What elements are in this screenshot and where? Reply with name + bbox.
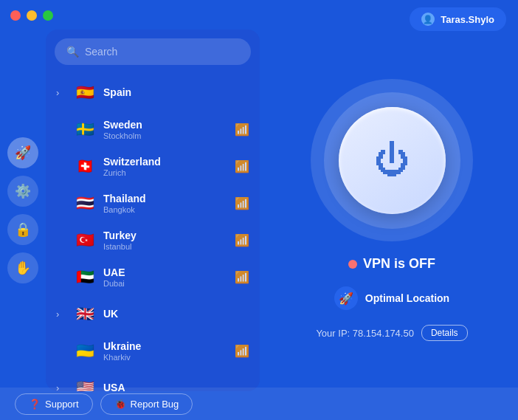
flag-icon: 🇹🇭 <box>74 192 96 214</box>
power-ring-outer: ⏻ <box>311 79 473 241</box>
flag-icon: 🇦🇪 <box>74 266 96 288</box>
rocket-icon: 🚀 <box>334 286 358 310</box>
power-ring-mid: ⏻ <box>324 92 460 229</box>
signal-icon: 📶 <box>235 233 249 247</box>
bug-icon: 🐞 <box>114 399 126 410</box>
country-name: Turkey <box>103 230 227 241</box>
list-item[interactable]: 🇹🇭 Thailand Bangkok 📶 <box>46 185 260 221</box>
sidebar-item-settings[interactable]: ⚙️ <box>7 176 38 207</box>
flag-icon: 🇪🇸 <box>74 81 96 103</box>
signal-icon: 📶 <box>235 159 249 173</box>
support-label: Support <box>45 399 79 410</box>
user-button[interactable]: 👤 Taras.Shylo <box>410 7 506 31</box>
signal-icon: 📶 <box>235 123 249 137</box>
vpn-status-label: VPN is OFF <box>363 256 435 272</box>
lock-icon: 🔒 <box>15 221 31 238</box>
rocket-icon: 🚀 <box>15 145 31 161</box>
list-item[interactable]: › 🇪🇸 Spain <box>46 74 260 111</box>
country-city: Stockholm <box>103 131 227 140</box>
search-input[interactable] <box>85 46 239 58</box>
country-name: Ukraine <box>103 340 227 352</box>
list-item[interactable]: 🇸🇪 Sweden Stockholm 📶 <box>46 111 260 148</box>
country-panel: 🔍 › 🇪🇸 Spain 🇸🇪 Sweden Stockholm 📶 🇨🇭 <box>46 30 260 391</box>
ip-info: Your IP: 78.154.174.50 Details <box>316 325 467 341</box>
list-item[interactable]: 🇺🇦 Ukraine Kharkiv 📶 <box>46 332 260 369</box>
vpn-status: VPN is OFF <box>348 256 435 272</box>
chevron-icon: › <box>56 309 66 320</box>
window-controls <box>10 10 53 21</box>
signal-icon: 📶 <box>235 196 249 210</box>
sidebar-item-rocket[interactable]: 🚀 <box>7 137 38 168</box>
country-name: UAE <box>103 266 227 278</box>
details-button[interactable]: Details <box>421 325 468 341</box>
list-item[interactable]: › 🇬🇧 UK <box>46 295 260 332</box>
report-bug-label: Report Bug <box>131 399 179 410</box>
close-button[interactable] <box>10 10 21 21</box>
flag-icon: 🇺🇦 <box>74 340 96 362</box>
list-item[interactable]: 🇦🇪 UAE Dubai 📶 <box>46 258 260 295</box>
country-name: UK <box>103 308 249 320</box>
chevron-icon: › <box>56 87 66 98</box>
status-dot <box>348 260 357 269</box>
country-city: Istanbul <box>103 242 227 251</box>
country-name: Switzerland <box>103 156 227 168</box>
country-list: › 🇪🇸 Spain 🇸🇪 Sweden Stockholm 📶 🇨🇭 Swit… <box>46 74 260 391</box>
sidebar-item-hand[interactable]: ✋ <box>7 252 38 283</box>
search-bar: 🔍 <box>55 38 251 65</box>
flag-icon: 🇬🇧 <box>74 303 96 325</box>
report-bug-button[interactable]: 🐞 Report Bug <box>100 393 193 415</box>
flag-icon: 🇸🇪 <box>74 118 96 140</box>
list-item[interactable]: 🇹🇷 Turkey Istanbul 📶 <box>46 221 260 258</box>
user-name: Taras.Shylo <box>441 14 494 25</box>
gear-icon: ⚙️ <box>15 183 31 199</box>
sidebar-item-lock[interactable]: 🔒 <box>7 214 38 245</box>
optimal-location-label: Optimal Location <box>365 292 449 304</box>
country-name: Spain <box>103 86 249 98</box>
country-name: Thailand <box>103 193 227 204</box>
signal-icon: 📶 <box>235 344 249 358</box>
signal-icon: 📶 <box>235 270 249 284</box>
list-item[interactable]: 🇨🇭 Switzerland Zurich 📶 <box>46 148 260 185</box>
power-button[interactable]: ⏻ <box>339 107 446 214</box>
user-avatar-icon: 👤 <box>421 13 435 26</box>
optimal-location[interactable]: 🚀 Optimal Location <box>334 286 449 310</box>
flag-icon: 🇹🇷 <box>74 229 96 251</box>
right-panel: ⏻ VPN is OFF 🚀 Optimal Location Your IP:… <box>266 30 518 390</box>
power-icon: ⏻ <box>374 142 410 178</box>
country-city: Dubai <box>103 279 227 288</box>
country-city: Zurich <box>103 168 227 177</box>
country-city: Kharkiv <box>103 353 227 362</box>
hand-icon: ✋ <box>15 260 31 276</box>
maximize-button[interactable] <box>43 10 53 21</box>
sidebar: 🚀 ⚙️ 🔒 ✋ <box>0 0 46 420</box>
country-name: Sweden <box>103 119 227 131</box>
ip-label: Your IP: 78.154.174.50 <box>316 328 414 339</box>
search-icon: 🔍 <box>66 46 79 58</box>
minimize-button[interactable] <box>27 10 37 21</box>
bottom-bar: ❓ Support 🐞 Report Bug <box>0 388 518 420</box>
country-city: Bangkok <box>103 205 227 214</box>
flag-icon: 🇨🇭 <box>74 155 96 177</box>
